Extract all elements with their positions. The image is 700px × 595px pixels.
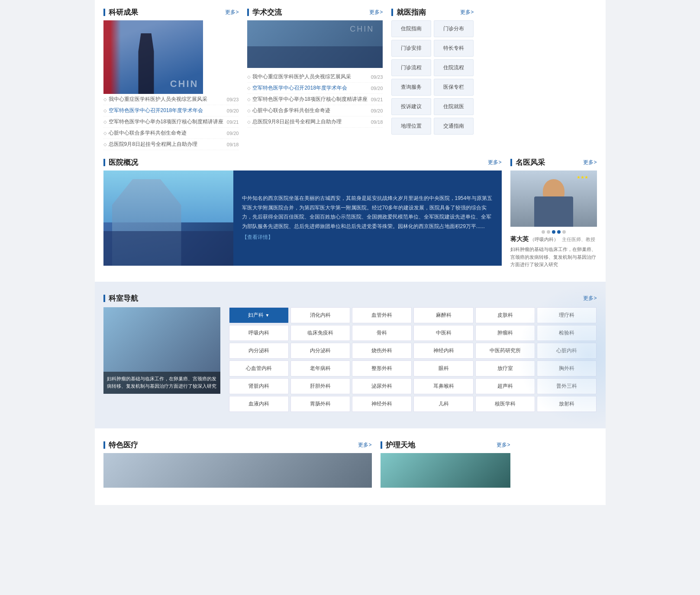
- dot-4[interactable]: [557, 230, 561, 234]
- guide-button[interactable]: 特长专科: [434, 40, 474, 57]
- person-silhouette: [133, 33, 159, 94]
- overview-more[interactable]: 更多>: [488, 159, 501, 166]
- guide-button[interactable]: 住院流程: [434, 59, 474, 76]
- dept-button[interactable]: 烧伤外科: [352, 343, 412, 359]
- special-medical-header: 特色医疗 更多>: [103, 441, 372, 449]
- guide-button[interactable]: 医保专栏: [434, 79, 474, 96]
- dept-button[interactable]: 皮肤科: [475, 307, 535, 323]
- dept-photo-text: 妇科肿瘤的基础与临床工作，在卵巢癌、宫颈癌的发病转移、复发机制与基因治疗方面进行…: [107, 376, 216, 389]
- dept-button[interactable]: 眼科: [413, 360, 473, 376]
- research-more[interactable]: 更多>: [225, 9, 239, 16]
- col-academic: 学术交流 更多> CHIN 我中心重症医学科医护人员央视综艺展风采 09/23 …: [247, 9, 383, 150]
- building-silhouette: [103, 231, 233, 266]
- dept-button[interactable]: 老年病科: [290, 360, 350, 376]
- special-medical-more[interactable]: 更多>: [358, 441, 371, 449]
- nursing-more[interactable]: 更多>: [497, 441, 510, 449]
- dept-button[interactable]: 肿瘤科: [475, 325, 535, 341]
- dept-button[interactable]: 中医药研究所: [475, 343, 535, 359]
- dept-button[interactable]: 心脏内科: [537, 343, 597, 359]
- guide-button[interactable]: 门诊分布: [434, 20, 474, 37]
- guide-more[interactable]: 更多>: [460, 9, 474, 16]
- doctor-header: 名医风采 更多>: [510, 159, 597, 166]
- academic-news-item: 空军特色医学中心举办18项医疗核心制度精讲讲座 09/21: [247, 94, 383, 105]
- dept-image: 妇科肿瘤的基础与临床工作，在卵巢癌、宫颈癌的发病转移、复发机制与基因治疗方面进行…: [103, 307, 220, 394]
- dept-button[interactable]: 放射科: [537, 396, 597, 412]
- dot-3[interactable]: [552, 230, 555, 234]
- dept-button[interactable]: 整形外科: [352, 360, 412, 376]
- doctor-carousel-dots: [510, 230, 597, 234]
- research-header: 科研成果 更多>: [103, 9, 239, 16]
- dept-button[interactable]: 消化内科: [290, 307, 350, 323]
- dept-button[interactable]: 检验科: [537, 325, 597, 341]
- dot-1[interactable]: [542, 230, 545, 234]
- academic-news-link-1[interactable]: 我中心重症医学科医护人员央视综艺展风采: [252, 73, 367, 80]
- dept-button[interactable]: 肾脏内科: [229, 378, 289, 394]
- doctor-dept: （呼吸内科）: [530, 237, 558, 242]
- guide-button[interactable]: 交通指南: [434, 118, 474, 135]
- dept-button[interactable]: 核医学科: [475, 396, 535, 412]
- guide-title: 就医指南: [391, 9, 426, 16]
- dept-button[interactable]: 放疗室: [475, 360, 535, 376]
- dept-nav-more[interactable]: 更多>: [583, 295, 597, 302]
- dept-button[interactable]: 普外三科: [537, 378, 597, 394]
- dept-button[interactable]: 泌尿外科: [352, 378, 412, 394]
- guide-button[interactable]: 门诊流程: [391, 59, 431, 76]
- dept-button[interactable]: 理疗科: [537, 307, 597, 323]
- academic-news-list: 我中心重症医学科医护人员央视综艺展风采 09/23 空军特色医学中心召开2018…: [247, 71, 383, 128]
- academic-news-link-3[interactable]: 空军特色医学中心举办18项医疗核心制度精讲讲座: [252, 96, 367, 103]
- academic-news-link-2[interactable]: 空军特色医学中心召开2018年度学术年会: [252, 84, 367, 92]
- dept-button[interactable]: 内分泌科: [229, 343, 289, 359]
- dept-button[interactable]: 血管外科: [352, 307, 412, 323]
- guide-button[interactable]: 门诊安排: [391, 40, 431, 57]
- overview-image-left: [103, 170, 233, 266]
- dept-button[interactable]: 胸外科: [537, 360, 597, 376]
- research-date-3: 09/21: [227, 119, 239, 125]
- overview-title: 医院概况: [103, 159, 138, 166]
- guide-button[interactable]: 地理位置: [391, 118, 431, 135]
- research-date-2: 09/20: [227, 108, 239, 113]
- research-news-list: 我中心重症医学科医护人员央视综艺展风采 09/23 空军特色医学中心召开2018…: [103, 94, 239, 150]
- col-special-medical: 特色医疗 更多>: [103, 441, 372, 488]
- guide-button[interactable]: 投诉建议: [391, 98, 431, 115]
- research-news-item: 心脏中心联合多学科共创生命奇迹 09/20: [103, 128, 239, 139]
- dept-button[interactable]: 神经外科: [352, 396, 412, 412]
- research-news-link-2[interactable]: 空军特色医学中心召开2018年度学术年会: [109, 107, 223, 114]
- dept-button[interactable]: 耳鼻喉科: [413, 378, 473, 394]
- guide-header: 就医指南 更多>: [391, 9, 474, 16]
- academic-news-link-4[interactable]: 心脏中心联合多学科共创生命奇迹: [252, 107, 367, 114]
- research-image: [103, 20, 203, 94]
- dept-nav-title: 科室导航: [103, 295, 138, 302]
- guide-button[interactable]: 住院指南: [391, 20, 431, 37]
- dept-button[interactable]: 肝胆外科: [290, 378, 350, 394]
- dept-grid: 妇产科 ▼消化内科血管外科麻醉科皮肤科理疗科呼吸内科临床免疫科骨科中医科肿瘤科检…: [229, 307, 597, 412]
- dept-button[interactable]: 中医科: [413, 325, 473, 341]
- guide-button[interactable]: 住院就医: [434, 98, 474, 115]
- dept-button[interactable]: 麻醉科: [413, 307, 473, 323]
- guide-grid: 住院指南门诊分布门诊安排特长专科门诊流程住院流程查询服务医保专栏投诉建议住院就医…: [391, 20, 474, 135]
- research-news-link-5[interactable]: 总医院9月8日起挂号全程网上自助办理: [109, 141, 223, 148]
- dept-button[interactable]: 骨科: [352, 325, 412, 341]
- academic-more[interactable]: 更多>: [369, 9, 383, 16]
- dept-button[interactable]: 胃肠外科: [290, 396, 350, 412]
- research-news-link-3[interactable]: 空军特色医学中心举办18项医疗核心制度精讲讲座: [109, 118, 223, 125]
- dept-button[interactable]: 临床免疫科: [290, 325, 350, 341]
- dept-button[interactable]: 儿科: [413, 396, 473, 412]
- overview-text-box: 中外知名的西京医院坐落在美丽的古城西安，其前身是延安抗战烽火岁月里诞生的中央医院…: [233, 170, 502, 266]
- dept-button[interactable]: 神经内科: [413, 343, 473, 359]
- academic-news-item: 空军特色医学中心召开2018年度学术年会 09/20: [247, 83, 383, 94]
- dept-button[interactable]: 血液内科: [229, 396, 289, 412]
- research-news-link-1[interactable]: 我中心重症医学科医护人员央视综艺展风采: [109, 96, 223, 103]
- col-guide: 就医指南 更多> 住院指南门诊分布门诊安排特长专科门诊流程住院流程查询服务医保专…: [391, 9, 474, 150]
- dot-2[interactable]: [547, 230, 550, 234]
- dot-5[interactable]: [562, 230, 566, 234]
- overview-detail-link[interactable]: 【查看详情】: [242, 233, 493, 242]
- dept-button[interactable]: 超声科: [475, 378, 535, 394]
- academic-news-link-5[interactable]: 总医院9月8日起挂号全程网上自助办理: [252, 118, 367, 125]
- dept-button[interactable]: 心血管内科: [229, 360, 289, 376]
- research-news-link-4[interactable]: 心脏中心联合多学科共创生命奇迹: [109, 129, 223, 137]
- dept-button[interactable]: 妇产科 ▼: [229, 307, 289, 323]
- dept-button[interactable]: 呼吸内科: [229, 325, 289, 341]
- guide-button[interactable]: 查询服务: [391, 79, 431, 96]
- dept-button[interactable]: 内分泌科: [290, 343, 350, 359]
- doctor-feature-more[interactable]: 更多>: [583, 159, 597, 166]
